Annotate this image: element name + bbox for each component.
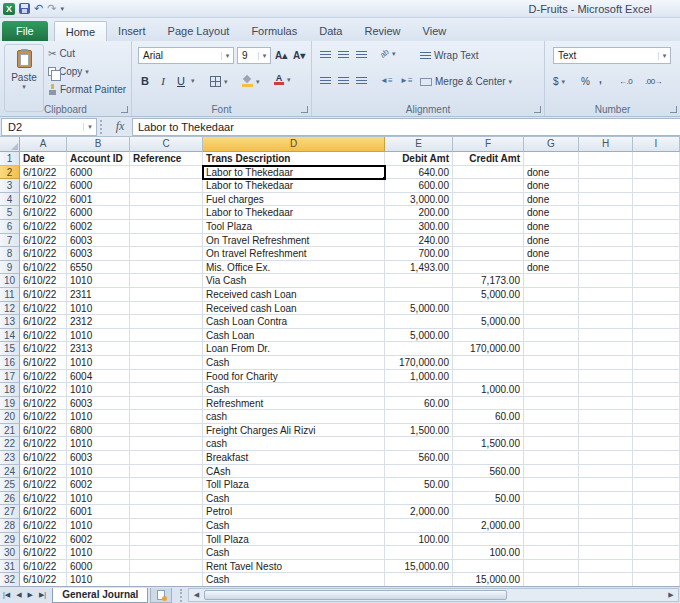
cell-C1[interactable]: Reference [130, 152, 203, 166]
cell-F15[interactable]: 170,000.00 [453, 342, 524, 356]
cell-H5[interactable] [579, 206, 633, 220]
undo-icon[interactable]: ↶ [34, 3, 43, 14]
underline-button[interactable]: U ▾ [174, 75, 195, 87]
cell-E4[interactable]: 3,000.00 [385, 193, 453, 207]
cell-I32[interactable] [633, 573, 680, 586]
cell-E20[interactable] [385, 410, 453, 424]
cell-I12[interactable] [633, 302, 680, 316]
cell-G16[interactable] [524, 356, 579, 370]
copy-button[interactable]: Copy ▾ [48, 66, 89, 77]
cell-D14[interactable]: Cash Loan [203, 329, 385, 343]
cell-E3[interactable]: 600.00 [385, 179, 453, 193]
cell-A17[interactable]: 6/10/22 [20, 370, 67, 384]
cell-C16[interactable] [130, 356, 203, 370]
cell-A21[interactable]: 6/10/22 [20, 424, 67, 438]
cell-A4[interactable]: 6/10/22 [20, 193, 67, 207]
number-format-combo[interactable]: Text ▾ [553, 47, 671, 64]
cell-B17[interactable]: 6004 [67, 370, 130, 384]
cell-I27[interactable] [633, 505, 680, 519]
cell-I15[interactable] [633, 342, 680, 356]
cell-E7[interactable]: 240.00 [385, 234, 453, 248]
row-header-13[interactable]: 13 [0, 315, 20, 329]
cell-C27[interactable] [130, 505, 203, 519]
orientation-button[interactable]: ab ▾ [380, 49, 395, 58]
cell-F3[interactable] [453, 179, 524, 193]
cell-D11[interactable]: Received cash Loan [203, 288, 385, 302]
grow-font-button[interactable]: A▴ [275, 50, 287, 61]
wrap-text-button[interactable]: Wrap Text [420, 50, 479, 61]
cell-A13[interactable]: 6/10/22 [20, 315, 67, 329]
cell-F13[interactable]: 5,000.00 [453, 315, 524, 329]
cell-G8[interactable]: done [524, 247, 579, 261]
cut-button[interactable]: ✂ Cut [48, 48, 75, 59]
cell-A32[interactable]: 6/10/22 [20, 573, 67, 586]
row-header-4[interactable]: 4 [0, 193, 20, 207]
cell-D23[interactable]: Breakfast [203, 451, 385, 465]
cell-E22[interactable] [385, 437, 453, 451]
cell-I3[interactable] [633, 179, 680, 193]
cell-D21[interactable]: Freight Charges Ali Rizvi [203, 424, 385, 438]
cell-E16[interactable]: 170,000.00 [385, 356, 453, 370]
cell-B18[interactable]: 1010 [67, 383, 130, 397]
fill-handle[interactable] [382, 176, 385, 179]
cell-A11[interactable]: 6/10/22 [20, 288, 67, 302]
cell-B30[interactable]: 1010 [67, 546, 130, 560]
cell-I26[interactable] [633, 492, 680, 506]
cell-C20[interactable] [130, 410, 203, 424]
cell-F19[interactable] [453, 397, 524, 411]
cell-G7[interactable]: done [524, 234, 579, 248]
paste-dropdown-icon[interactable]: ▾ [22, 83, 26, 91]
cell-C10[interactable] [130, 274, 203, 288]
cell-G14[interactable] [524, 329, 579, 343]
cell-I20[interactable] [633, 410, 680, 424]
row-header-15[interactable]: 15 [0, 342, 20, 356]
cell-B10[interactable]: 1010 [67, 274, 130, 288]
cell-C28[interactable] [130, 519, 203, 533]
cell-H8[interactable] [579, 247, 633, 261]
cell-F30[interactable]: 100.00 [453, 546, 524, 560]
cell-F32[interactable]: 15,000.00 [453, 573, 524, 586]
cell-E15[interactable] [385, 342, 453, 356]
cell-E27[interactable]: 2,000.00 [385, 505, 453, 519]
cell-F5[interactable] [453, 206, 524, 220]
cell-E2[interactable]: 640.00 [385, 166, 453, 180]
cell-A9[interactable]: 6/10/22 [20, 261, 67, 275]
cell-F11[interactable]: 5,000.00 [453, 288, 524, 302]
cell-I22[interactable] [633, 437, 680, 451]
cell-G11[interactable] [524, 288, 579, 302]
cell-D8[interactable]: On travel Refreshment [203, 247, 385, 261]
cell-B8[interactable]: 6003 [67, 247, 130, 261]
cell-B6[interactable]: 6002 [67, 220, 130, 234]
cell-D27[interactable]: Petrol [203, 505, 385, 519]
row-header-8[interactable]: 8 [0, 247, 20, 261]
cell-A7[interactable]: 6/10/22 [20, 234, 67, 248]
row-header-2[interactable]: 2 [0, 166, 20, 180]
cell-E9[interactable]: 1,493.00 [385, 261, 453, 275]
select-all-corner[interactable] [0, 137, 20, 152]
cell-D6[interactable]: Tool Plaza [203, 220, 385, 234]
cell-F17[interactable] [453, 370, 524, 384]
cell-G21[interactable] [524, 424, 579, 438]
cell-A16[interactable]: 6/10/22 [20, 356, 67, 370]
cell-C11[interactable] [130, 288, 203, 302]
cell-I10[interactable] [633, 274, 680, 288]
row-header-27[interactable]: 27 [0, 505, 20, 519]
cell-I18[interactable] [633, 383, 680, 397]
cell-H29[interactable] [579, 533, 633, 547]
align-right-button[interactable] [356, 77, 367, 84]
cell-E13[interactable] [385, 315, 453, 329]
cell-B22[interactable]: 1010 [67, 437, 130, 451]
row-header-25[interactable]: 25 [0, 478, 20, 492]
cell-C4[interactable] [130, 193, 203, 207]
row-header-17[interactable]: 17 [0, 370, 20, 384]
cell-I5[interactable] [633, 206, 680, 220]
font-color-button[interactable]: A ▾ [274, 74, 291, 85]
cell-B13[interactable]: 2312 [67, 315, 130, 329]
insert-worksheet-tab[interactable] [150, 588, 172, 603]
row-header-6[interactable]: 6 [0, 220, 20, 234]
cell-A12[interactable]: 6/10/22 [20, 302, 67, 316]
row-header-32[interactable]: 32 [0, 573, 20, 586]
cell-H28[interactable] [579, 519, 633, 533]
cell-D5[interactable]: Labor to Thekedaar [203, 206, 385, 220]
cell-B1[interactable]: Account ID [67, 152, 130, 166]
